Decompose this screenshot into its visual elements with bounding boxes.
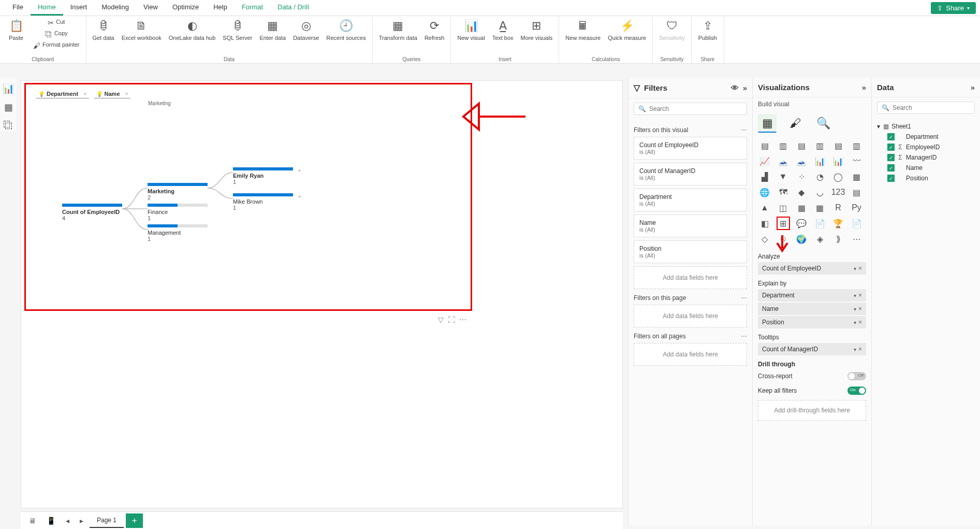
filter-name[interactable]: Nameis (All) [634, 215, 747, 237]
prev-page-icon[interactable]: ◂ [62, 514, 74, 527]
new-measure-button[interactable]: 🖩New measure [562, 17, 604, 43]
keep-filters-toggle[interactable]: On [847, 387, 866, 395]
format-visual-mode[interactable]: 🖌 [786, 114, 805, 133]
tab-file[interactable]: File [5, 0, 31, 16]
line-column-icon[interactable]: 📊 [813, 154, 827, 168]
transform-button[interactable]: ▦Transform data [376, 17, 420, 43]
filter-drop-page[interactable]: Add data fields here [634, 305, 747, 327]
more-options-icon[interactable]: ⋯ [459, 316, 466, 324]
collapse-icon[interactable]: » [743, 83, 747, 92]
analytics-mode[interactable]: 🔍 [814, 114, 832, 133]
table-icon[interactable]: ▦ [795, 201, 808, 215]
explain-field-dept[interactable]: Department▾× [758, 289, 866, 302]
tree-node-mike[interactable]: Mike Brown 1 + [233, 193, 293, 211]
scatter-icon[interactable]: ⁘ [795, 170, 808, 183]
analyze-field[interactable]: Count of EmployeeID▾× [758, 262, 866, 275]
onelake-button[interactable]: ◐OneLake data hub [166, 17, 219, 43]
cut-button[interactable]: ✂Cut [30, 17, 83, 28]
tree-root-node[interactable]: Count of EmployeeID 4 [62, 204, 122, 221]
data-search[interactable]: 🔍 [877, 102, 975, 114]
tab-help[interactable]: Help [206, 0, 235, 16]
filter-managerid[interactable]: Count of ManagerIDis (All) [634, 163, 747, 185]
add-page-button[interactable]: + [126, 513, 143, 528]
remove-icon[interactable]: × [858, 305, 862, 312]
excel-button[interactable]: 🗎Excel workbook [119, 17, 165, 43]
explain-field-name[interactable]: Name▾× [758, 303, 866, 315]
smart-narrative-icon[interactable]: 📄 [813, 217, 827, 230]
clustered-bar-icon[interactable]: ▤ [795, 139, 808, 152]
remove-icon[interactable]: × [858, 319, 862, 326]
more-icon[interactable]: ⋯ [741, 294, 747, 302]
sql-button[interactable]: 🛢SQL Server [220, 17, 255, 43]
custom1-icon[interactable]: ◈ [813, 232, 827, 246]
get-data-button[interactable]: 🛢Get data [90, 17, 118, 43]
hundred-bar-icon[interactable]: ▤ [831, 139, 845, 152]
tree-node-management[interactable]: Management 1 [148, 224, 208, 242]
custom2-icon[interactable]: ⟫ [831, 232, 845, 246]
checkbox[interactable]: ✓ [887, 154, 895, 161]
metrics-icon[interactable]: 🏆 [831, 217, 845, 230]
more-visuals-button[interactable]: ⊞More visuals [518, 17, 556, 43]
tree-node-emily[interactable]: Emily Ryan 1 + [233, 167, 293, 185]
paste-button[interactable]: 📋 Paste [3, 17, 29, 43]
checkbox[interactable]: ✓ [887, 133, 895, 140]
line-clustered-icon[interactable]: 📊 [831, 154, 845, 168]
stacked-bar-icon[interactable]: ▤ [758, 139, 771, 152]
remove-icon[interactable]: × [858, 346, 862, 353]
filter-department[interactable]: Departmentis (All) [634, 189, 747, 211]
close-icon[interactable]: × [125, 91, 128, 97]
chevron-down-icon[interactable]: ▾ [854, 306, 856, 312]
filters-search[interactable]: 🔍 [634, 103, 747, 115]
clustered-column-icon[interactable]: ▥ [813, 139, 827, 152]
donut-icon[interactable]: ◯ [831, 170, 845, 183]
hundred-column-icon[interactable]: ▥ [850, 139, 864, 152]
explain-field-pos[interactable]: Position▾× [758, 316, 866, 328]
decomposition-tree-icon[interactable]: ⊞ [777, 217, 790, 230]
report-canvas[interactable]: 💡 Department × 💡 Name × Marketing Count … [21, 80, 623, 508]
format-painter-button[interactable]: 🖌Format painter [30, 40, 83, 51]
checkbox[interactable]: ✓ [887, 175, 895, 182]
build-visual-mode[interactable]: ▦ [758, 114, 777, 133]
more-icon[interactable]: ⋯ [741, 333, 747, 340]
share-button[interactable]: ⇪ Share ▾ [931, 2, 976, 14]
drill-fields-drop[interactable]: Add drill-through fields here [758, 400, 866, 421]
filters-search-input[interactable] [649, 105, 742, 112]
publish-button[interactable]: ⇪Publish [695, 17, 721, 43]
tree-node-finance[interactable]: Finance 1 [148, 204, 208, 221]
tab-optimize[interactable]: Optimize [165, 0, 206, 16]
expand-icon[interactable]: + [298, 167, 301, 174]
eye-icon[interactable]: 👁 [731, 83, 739, 92]
paginated-icon[interactable]: 📄 [850, 217, 864, 230]
tab-view[interactable]: View [136, 0, 165, 16]
more-icon[interactable]: ⋯ [741, 126, 747, 134]
stacked-area-icon[interactable]: 🗻 [795, 154, 808, 168]
python-visual-icon[interactable]: Py [850, 201, 864, 215]
arcgis-icon[interactable]: 🌍 [795, 232, 808, 246]
focus-mode-icon[interactable]: ⛶ [448, 316, 455, 324]
tab-datadrill[interactable]: Data / Drill [270, 0, 316, 16]
checkbox[interactable]: ✓ [887, 144, 895, 151]
kpi-icon[interactable]: ▲ [758, 201, 771, 215]
ribbon-chart-icon[interactable]: 〰 [850, 154, 864, 168]
powerapps-icon[interactable]: ◇ [758, 232, 771, 246]
chevron-down-icon[interactable]: ▾ [854, 266, 856, 271]
cross-report-toggle[interactable]: Off [847, 372, 866, 380]
next-page-icon[interactable]: ▸ [76, 514, 87, 527]
card-icon[interactable]: 123 [831, 185, 845, 199]
collapse-icon[interactable]: » [971, 83, 975, 92]
mobile-layout-icon[interactable]: 📱 [42, 514, 60, 527]
recent-button[interactable]: 🕘Recent sources [323, 17, 369, 43]
collapse-icon[interactable]: » [862, 83, 866, 92]
tab-home[interactable]: Home [31, 0, 63, 16]
filter-drop-visual[interactable]: Add data fields here [634, 266, 747, 289]
get-more-icon[interactable]: ⋯ [850, 232, 864, 246]
slicer-icon[interactable]: ◫ [777, 201, 790, 215]
azure-map-icon[interactable]: ◆ [795, 185, 808, 199]
field-managerid[interactable]: ✓ΣManagerID [887, 152, 975, 163]
line-icon[interactable]: 📈 [758, 154, 771, 168]
new-visual-button[interactable]: 📊New visual [454, 17, 488, 43]
text-box-button[interactable]: A̲Text box [489, 17, 517, 43]
field-position[interactable]: ✓Position [887, 173, 975, 183]
qna-icon[interactable]: 💬 [795, 217, 808, 230]
area-icon[interactable]: 🗻 [777, 154, 790, 168]
